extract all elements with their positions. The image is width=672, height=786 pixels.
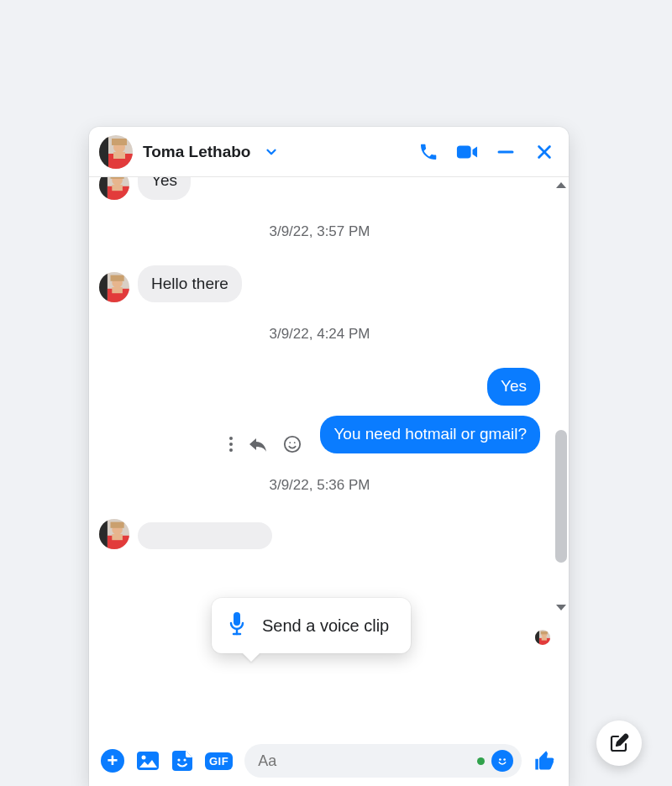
header-actions <box>417 141 555 163</box>
like-button[interactable] <box>533 749 557 773</box>
messages-pane[interactable]: Yes 3/9/22, 3:57 PM Hello there 3/9/22, … <box>89 177 554 736</box>
scroll-down-button[interactable] <box>556 605 566 610</box>
new-message-fab[interactable] <box>596 720 642 766</box>
svg-point-19 <box>177 758 180 761</box>
message-input[interactable] <box>258 752 470 770</box>
active-status-dot <box>477 757 485 765</box>
message-bubble-outgoing[interactable]: Yes <box>487 368 540 406</box>
voice-clip-tooltip-label: Send a voice clip <box>262 616 389 636</box>
timestamp: 3/9/22, 4:24 PM <box>99 326 540 343</box>
svg-point-12 <box>290 442 291 443</box>
message-actions <box>229 435 302 453</box>
chat-window: Toma Lethabo Yes 3/9/2 <box>89 127 569 786</box>
svg-point-23 <box>503 758 506 761</box>
svg-rect-14 <box>234 612 240 626</box>
scroll-thumb[interactable] <box>555 430 567 563</box>
message-row-incoming: Hello there <box>99 265 540 303</box>
voice-clip-tooltip: Send a voice clip <box>212 598 411 653</box>
message-input-wrap <box>244 744 522 778</box>
add-attachment-button[interactable]: + <box>101 749 124 773</box>
chevron-down-icon[interactable] <box>264 144 279 160</box>
message-bubble-incoming[interactable]: Yes <box>138 177 191 200</box>
scroll-track[interactable] <box>554 188 569 605</box>
emoji-picker-button[interactable] <box>491 750 513 772</box>
message-avatar[interactable] <box>99 177 129 200</box>
sticker-button[interactable] <box>171 750 193 772</box>
close-button[interactable] <box>533 141 555 163</box>
photo-button[interactable] <box>136 751 160 771</box>
react-icon[interactable] <box>283 435 302 453</box>
message-bubble-outgoing[interactable]: You need hotmail or gmail? <box>320 416 540 453</box>
more-actions-icon[interactable] <box>229 437 233 452</box>
timestamp: 3/9/22, 5:36 PM <box>99 477 540 494</box>
delivered-indicator-avatar <box>535 630 550 645</box>
message-row-incoming <box>99 519 540 549</box>
svg-point-21 <box>495 753 510 768</box>
svg-point-18 <box>142 756 146 760</box>
svg-point-22 <box>499 758 501 761</box>
scrollbar <box>554 177 569 736</box>
contact-avatar[interactable] <box>99 135 133 169</box>
timestamp: 3/9/22, 3:57 PM <box>99 223 540 240</box>
message-bubble-incoming[interactable]: Hello there <box>138 265 242 303</box>
svg-point-13 <box>294 442 296 443</box>
svg-rect-7 <box>457 145 471 158</box>
message-row-incoming: Yes <box>99 177 540 200</box>
scroll-up-button[interactable] <box>556 182 566 188</box>
contact-name[interactable]: Toma Lethabo <box>143 143 250 161</box>
gif-button[interactable]: GIF <box>205 752 233 770</box>
composer: + GIF <box>89 736 569 786</box>
voice-call-button[interactable] <box>417 141 439 163</box>
chat-header: Toma Lethabo <box>89 127 569 177</box>
chat-body: Yes 3/9/22, 3:57 PM Hello there 3/9/22, … <box>89 177 569 736</box>
svg-point-20 <box>183 758 186 761</box>
message-row-outgoing: You need hotmail or gmail? <box>99 416 540 453</box>
message-bubble-incoming[interactable] <box>138 522 272 549</box>
video-call-button[interactable] <box>456 141 478 163</box>
message-row-outgoing: Yes <box>99 368 540 406</box>
minimize-button[interactable] <box>495 141 517 163</box>
message-avatar[interactable] <box>99 272 129 302</box>
microphone-icon <box>227 611 247 640</box>
svg-point-11 <box>285 437 300 452</box>
reply-icon[interactable] <box>248 435 268 453</box>
message-avatar[interactable] <box>99 519 129 549</box>
